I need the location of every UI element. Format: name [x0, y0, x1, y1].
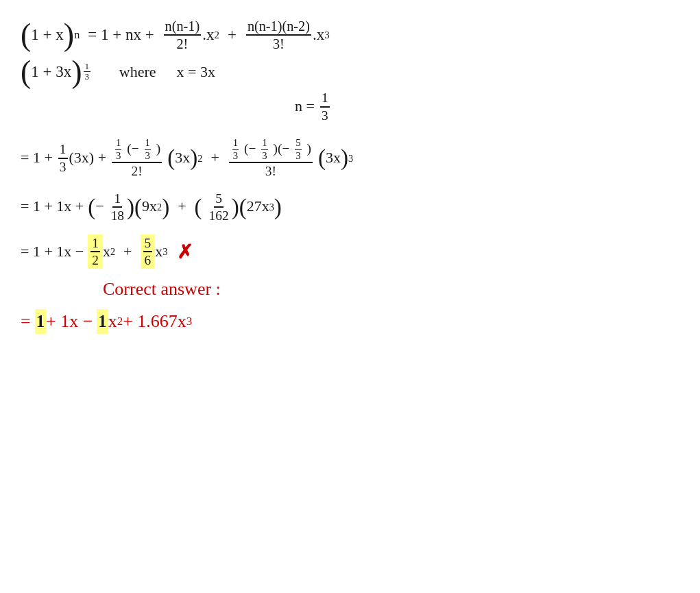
- frac-3b-den: 3!: [264, 163, 278, 179]
- frac-5162: 5 162: [208, 191, 230, 223]
- close-paren-sub: ): [71, 60, 82, 85]
- frac-term3-den: 3!: [271, 36, 286, 52]
- x3-correct-exp: 3: [186, 313, 192, 330]
- page: ( 1 + x ) n = 1 + nx + n(n‑1) 2! .x 2 + …: [0, 0, 700, 593]
- x2-exp: 2: [110, 245, 115, 258]
- frac-3a-den: 2!: [130, 163, 144, 179]
- eq-sign4: =: [21, 309, 31, 334]
- plus-term4: +: [178, 196, 186, 217]
- big-paren-open1: (: [88, 198, 95, 216]
- paren-3x2-close: ): [190, 149, 197, 167]
- frac-half-num: 1: [90, 235, 100, 252]
- one-third-den: 3: [58, 159, 68, 175]
- frac-56: 5 6: [143, 235, 153, 268]
- x2-correct-exp: 2: [117, 313, 123, 330]
- sub-exp: 1 3: [82, 62, 92, 83]
- neg-sign: −: [95, 196, 104, 217]
- parens-3x: (3x) +: [69, 147, 107, 169]
- one2-hl: 1: [97, 309, 108, 335]
- formula-exp: n: [74, 27, 80, 43]
- 27x3-label: 27x: [247, 196, 269, 217]
- big-paren-open4: (: [239, 198, 247, 216]
- five-sixth-hl: 5 6: [141, 234, 156, 269]
- correct-answer-label: Correct answer :: [103, 277, 679, 302]
- nine-x-sq-exp: 2: [157, 200, 162, 214]
- frac-3b: 1 3 (− 1 3 )(− 5 3 ) 3!: [229, 137, 313, 180]
- paren-3x3-close: ): [341, 149, 348, 167]
- big-paren-close2: ): [162, 198, 169, 216]
- one-third-num: 1: [58, 141, 68, 158]
- frac-term2-num: n(n‑1): [164, 18, 202, 36]
- plus-1: + 1x −: [46, 309, 93, 334]
- frac-3a-num: 1 3 (− 1 3 ): [112, 137, 162, 164]
- eq-sign1: = 1 +: [21, 147, 53, 169]
- wrong-cross-icon: ✗: [177, 239, 193, 265]
- one-hl: 1: [35, 309, 46, 335]
- sub-base: 1 + 3x: [31, 61, 71, 83]
- n-label: n =: [295, 96, 315, 117]
- n-frac: 1 3: [320, 90, 330, 123]
- wrong-answer-line: = 1 + 1x − 1 2 x 2 + 5 6 x 3 ✗: [21, 234, 679, 269]
- correct-answer-line: = 1 + 1x − 1 x 2 + 1.667x 3: [21, 309, 679, 335]
- 27x3-exp: 3: [269, 200, 274, 214]
- frac-5162-den: 162: [208, 208, 230, 223]
- frac-118: 1 18: [110, 191, 125, 223]
- plus2: +: [228, 24, 237, 46]
- where-label: where: [119, 62, 156, 83]
- expansion-line: = 1 + 1 3 (3x) + 1 3 (− 1 3 ) 2!: [21, 137, 679, 180]
- paren-3x2-open: (: [167, 149, 175, 167]
- x2-correct: x: [108, 309, 117, 334]
- formula-base: 1 + x: [31, 24, 63, 46]
- big-paren-open2: (: [134, 198, 142, 216]
- cu-exp: 3: [348, 152, 353, 165]
- open-paren-sub: (: [21, 60, 31, 85]
- big-paren-close1: ): [127, 198, 134, 216]
- frac-term3-num: n(n‑1)(n‑2): [246, 18, 311, 36]
- substitution-line: ( 1 + 3x ) 1 3 where x = 3x: [21, 60, 679, 85]
- frac-term2-den: 2!: [175, 36, 189, 52]
- paren-3x3-open: (: [318, 149, 326, 167]
- eq-sign2: = 1 + 1x +: [21, 196, 84, 217]
- x2-label: x: [103, 241, 110, 263]
- big-paren-open3: (: [195, 198, 202, 216]
- exp-3: 3: [324, 28, 329, 43]
- x-equals-label: x = 3x: [177, 62, 215, 83]
- close-paren-big: ): [64, 23, 74, 48]
- formula-line: ( 1 + x ) n = 1 + nx + n(n‑1) 2! .x 2 + …: [21, 18, 679, 53]
- eq-sign3: = 1 + 1x −: [21, 241, 84, 263]
- frac-half: 1 2: [90, 235, 100, 268]
- x3-label: x: [155, 241, 162, 263]
- frac-half-den: 2: [90, 252, 100, 268]
- three-x-cu-label: 3x: [326, 147, 341, 169]
- nine-x-sq: 9x: [142, 196, 157, 217]
- big-paren-close4: ): [274, 198, 282, 216]
- dot-x2: .x: [202, 24, 214, 46]
- frac-118-den: 18: [110, 208, 125, 223]
- plus-term5: +: [123, 241, 132, 263]
- frac-5162-num: 5: [214, 191, 224, 208]
- big-paren-close3: ): [232, 198, 239, 216]
- frac-3b-num: 1 3 (− 1 3 )(− 5 3 ): [229, 137, 313, 164]
- frac-56-num: 5: [143, 235, 153, 252]
- exp-2: 2: [214, 28, 219, 43]
- frac-3a: 1 3 (− 1 3 ) 2!: [112, 137, 162, 180]
- n-equals-line: n = 1 3: [295, 90, 679, 123]
- plus-2-correct: + 1.667x: [123, 309, 186, 334]
- half-frac-hl: 1 2: [88, 234, 103, 269]
- one-third-frac: 1 3: [58, 141, 68, 174]
- frac-term3: n(n‑1)(n‑2) 3!: [246, 18, 311, 53]
- sq-exp: 2: [197, 152, 202, 165]
- equals1: = 1 + nx +: [88, 24, 154, 46]
- open-paren-big: (: [21, 23, 31, 48]
- plus-term3: +: [210, 147, 219, 169]
- frac-term2: n(n‑1) 2!: [164, 18, 202, 53]
- n-frac-num: 1: [320, 90, 330, 107]
- x3-exp: 3: [162, 245, 167, 258]
- frac-56-den: 6: [143, 252, 153, 268]
- simplified-line: = 1 + 1x + ( − 1 18 ) ( 9x 2 ) + ( 5 162…: [21, 191, 679, 223]
- n-frac-den: 3: [320, 108, 330, 123]
- frac-118-num: 1: [112, 191, 122, 208]
- three-x-sq-label: 3x: [175, 147, 190, 169]
- dot-x3: .x: [313, 24, 324, 46]
